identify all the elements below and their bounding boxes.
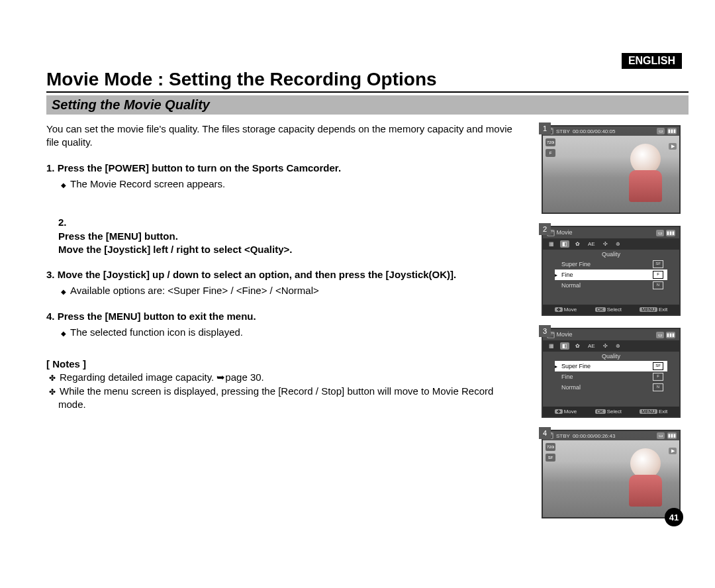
menu-item-label: Normal: [561, 384, 581, 391]
step-number: 3.: [46, 269, 55, 280]
quality-badge-icon: SF: [653, 362, 663, 370]
menu-hint-icon: MENU: [640, 409, 657, 414]
hint-move: Move: [564, 409, 577, 415]
record-hint-icon: ▶: [669, 443, 677, 455]
screenshot-number: 3: [539, 325, 551, 337]
section-heading: Setting the Movie Quality: [46, 95, 689, 115]
tab-icon: ✣: [601, 342, 610, 350]
screenshot-2: 2 Movie ▭ ▮▮▮ ▦ ◧ ✿ AE ✣ ⊕: [542, 226, 689, 316]
hint-exit: Exit: [659, 307, 667, 313]
battery-icon: ▮▮▮: [667, 432, 677, 439]
quality-icon: SF: [546, 454, 555, 462]
osd-top-bar: STBY 00:00:00/00:26:43 ▭ ▮▮▮: [543, 431, 679, 440]
step-number: 2.: [58, 217, 67, 228]
screenshot-4: 4 STBY 00:00:00/00:26:43 ▭: [542, 430, 689, 518]
menu-top-bar: Movie ▭ ▮▮▮: [543, 227, 679, 238]
lcd-menu: Movie ▭ ▮▮▮ ▦ ◧ ✿ AE ✣ ⊕ Quality: [542, 328, 681, 418]
hint-select: Select: [607, 409, 622, 415]
card-icon: ▭: [657, 128, 665, 134]
quality-badge-icon: F: [653, 373, 663, 381]
instructions-column: You can set the movie file's quality. Th…: [46, 120, 528, 518]
step-title: Press the [POWER] button to turn on the …: [58, 162, 341, 173]
screenshot-number: 2: [539, 223, 551, 235]
step-number: 1.: [46, 162, 55, 173]
page-number-badge: 41: [665, 508, 683, 526]
menu-item-label: Super Fine: [561, 261, 591, 268]
menu-item-label: Fine: [561, 373, 573, 380]
tab-icon: ⊕: [614, 240, 622, 248]
menu-tab-strip: ▦ ◧ ✿ AE ✣ ⊕: [543, 340, 679, 352]
card-icon: ▭: [656, 332, 664, 338]
tab-icon: ▦: [547, 240, 556, 248]
tab-quality-icon: ◧: [560, 342, 569, 350]
status-text: STBY: [556, 128, 570, 134]
hint-move: Move: [564, 307, 577, 313]
menu-item-superfine-selected: ▸ Super Fine SF: [555, 361, 667, 371]
menu-item-label: Super Fine: [561, 363, 591, 369]
selection-arrow-icon: ▸: [555, 272, 557, 278]
quality-badge-icon: SF: [653, 260, 663, 268]
screenshot-3: 3 Movie ▭ ▮▮▮ ▦ ◧ ✿ AE ✣ ⊕: [542, 328, 689, 418]
tab-quality-icon: ◧: [560, 240, 569, 248]
screenshots-column: 1 STBY 00:00:00/00:40:05 ▭: [542, 125, 689, 518]
ok-hint-icon: OK: [595, 409, 606, 414]
lcd-photo: STBY 00:00:00/00:40:05 ▭ ▮▮▮ 720i F: [542, 125, 681, 214]
menu-items: ▸ Super Fine SF Fine F Normal N: [555, 361, 667, 393]
step-title: Press the [MENU] button. Move the [Joyst…: [58, 230, 292, 255]
record-hint-icon: ▶: [669, 138, 677, 150]
quality-badge-icon: N: [653, 383, 663, 391]
hint-exit: Exit: [659, 409, 667, 415]
content-row: You can set the movie file's quality. Th…: [46, 120, 689, 518]
screenshot-number: 4: [539, 427, 551, 439]
status-text: STBY: [556, 433, 570, 439]
step-2: 2. Press the [MENU] button. Move the [Jo…: [46, 203, 522, 256]
osd-side-icons: 720i SF: [546, 443, 555, 462]
step-3-sub: Available options are: <Super Fine> / <F…: [70, 284, 522, 297]
battery-icon: ▮▮▮: [666, 230, 675, 236]
menu-top-bar: Movie ▭ ▮▮▮: [543, 329, 679, 340]
menu-heading: Quality: [543, 352, 679, 361]
tab-icon: AE: [586, 342, 597, 350]
quality-icon: F: [546, 149, 555, 157]
hint-select: Select: [607, 307, 622, 313]
osd-top-bar: STBY 00:00:00/00:40:05 ▭ ▮▮▮: [543, 126, 679, 136]
menu-heading: Quality: [543, 250, 679, 259]
osd-side-icons: 720i F: [546, 138, 555, 157]
step-1-sub: The Movie Record screen appears.: [70, 177, 522, 191]
selection-arrow-icon: ▸: [555, 364, 557, 369]
tab-icon: ✿: [573, 342, 582, 350]
menu-bottom-bar: ✥Move OKSelect MENUExit: [543, 407, 679, 416]
step-3: 3. Move the [Joystick] up / down to sele…: [46, 268, 522, 281]
card-icon: ▭: [657, 432, 665, 439]
menu-bottom-bar: ✥Move OKSelect MENUExit: [543, 305, 679, 315]
time-text: 00:00:00/00:26:43: [573, 433, 616, 439]
tab-icon: ✣: [601, 240, 610, 248]
step-1: 1. Press the [POWER] button to turn on t…: [46, 162, 522, 175]
card-icon: ▭: [656, 230, 664, 236]
screenshot-1: 1 STBY 00:00:00/00:40:05 ▭: [542, 125, 689, 214]
menu-item-normal: Normal N: [555, 280, 667, 291]
mode-label: Movie: [557, 229, 573, 236]
step-title: Press the [MENU] button to exit the menu…: [58, 311, 256, 322]
notes-label: [ Notes ]: [46, 358, 522, 371]
menu-items: Super Fine SF ▸ Fine F Normal N: [555, 259, 667, 291]
joystick-hint-icon: ✥: [555, 307, 563, 312]
step-4-sub: The selected function icon is displayed.: [70, 326, 522, 339]
lcd-photo: STBY 00:00:00/00:26:43 ▭ ▮▮▮ 720i SF: [542, 430, 681, 518]
intro-text: You can set the movie file's quality. Th…: [46, 122, 522, 150]
tab-icon: ▦: [547, 342, 556, 350]
tab-icon: AE: [586, 240, 597, 248]
mode-label: Movie: [557, 331, 573, 338]
joystick-hint-icon: ✥: [555, 409, 563, 414]
note-2: While the menu screen is displayed, pres…: [58, 385, 522, 412]
manual-page: ENGLISH Movie Mode : Setting the Recordi…: [0, 0, 715, 545]
menu-item-fine-selected: ▸ Fine F: [555, 270, 667, 280]
menu-tab-strip: ▦ ◧ ✿ AE ✣ ⊕: [543, 238, 679, 250]
screenshot-number: 1: [539, 122, 551, 134]
step-4: 4. Press the [MENU] button to exit the m…: [46, 310, 522, 323]
tab-icon: ✿: [573, 240, 582, 248]
child-body-graphic: [629, 170, 662, 202]
menu-item-normal: Normal N: [555, 382, 667, 393]
menu-item-label: Fine: [561, 271, 573, 278]
quality-badge-icon: F: [653, 271, 663, 279]
